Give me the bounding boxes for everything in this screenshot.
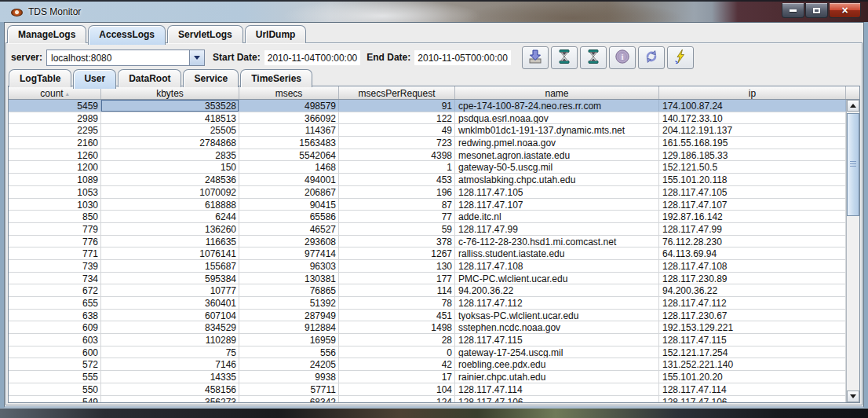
tab-servletlogs[interactable]: ServletLogs: [167, 25, 243, 43]
cell-kbytes[interactable]: 14335: [101, 371, 239, 383]
cell-count[interactable]: 779: [9, 223, 101, 235]
cell-msecsperrequest[interactable]: 114: [339, 284, 455, 296]
cell-kbytes[interactable]: 155687: [101, 260, 239, 272]
scroll-down-button[interactable]: [847, 390, 859, 402]
cell-count[interactable]: 572: [9, 358, 101, 370]
cell-kbytes[interactable]: 136260: [101, 223, 239, 235]
cell-name[interactable]: 128.117.47.115: [455, 334, 659, 346]
cell-msecsperrequest[interactable]: 196: [339, 186, 455, 198]
cell-name[interactable]: tyoksas-PC.wlclient.ucar.edu: [455, 310, 659, 321]
table-row[interactable]: 120015014681gateway-50-5.uscg.mil152.121…: [9, 161, 846, 174]
cell-msecsperrequest[interactable]: 1498: [339, 321, 455, 333]
cell-name[interactable]: redwing.pmel.noaa.gov: [455, 137, 659, 148]
cell-msecs[interactable]: 498579: [239, 100, 339, 112]
cell-count[interactable]: 603: [9, 334, 101, 346]
cell-msecs[interactable]: 46527: [239, 223, 339, 235]
table-row[interactable]: 6031102891695928128.117.47.115128.117.47…: [9, 334, 846, 346]
cell-count[interactable]: 550: [9, 383, 101, 395]
cell-name[interactable]: gateway-50-5.uscg.mil: [455, 161, 659, 173]
cell-count[interactable]: 655: [9, 297, 101, 309]
info-button[interactable]: i: [609, 46, 636, 69]
table-row[interactable]: 77110761419774141267ralliss.student.iast…: [9, 248, 846, 260]
cell-kbytes[interactable]: 595384: [101, 273, 239, 284]
cell-name[interactable]: cpe-174-100-87-24.neo.res.rr.com: [455, 100, 659, 112]
cell-msecs[interactable]: 130381: [239, 273, 339, 284]
cell-msecs[interactable]: 96303: [239, 260, 339, 272]
cell-kbytes[interactable]: 418513: [101, 112, 239, 124]
cell-msecsperrequest[interactable]: 4398: [339, 149, 455, 161]
cell-msecs[interactable]: 65586: [239, 211, 339, 222]
table-row[interactable]: 545935352849857991cpe-174-100-87-24.neo.…: [9, 100, 846, 112]
download-button[interactable]: [522, 46, 549, 69]
cell-kbytes[interactable]: 2835: [101, 149, 239, 161]
cell-ip[interactable]: 64.113.69.94: [659, 248, 846, 259]
cell-msecsperrequest[interactable]: 453: [339, 174, 455, 185]
cell-count[interactable]: 555: [9, 371, 101, 383]
cell-msecsperrequest[interactable]: 1: [339, 161, 455, 173]
cell-name[interactable]: 128.117.47.108: [455, 260, 659, 272]
server-combobox-button[interactable]: [189, 50, 204, 65]
cell-ip[interactable]: 161.55.168.195: [659, 137, 846, 148]
cell-msecsperrequest[interactable]: 1267: [339, 248, 455, 259]
cell-msecsperrequest[interactable]: 177: [339, 273, 455, 284]
cell-msecs[interactable]: 556: [239, 346, 339, 358]
cell-kbytes[interactable]: 1076141: [101, 248, 239, 259]
cell-msecsperrequest[interactable]: 59: [339, 223, 455, 235]
cell-count[interactable]: 549: [9, 396, 101, 403]
table-row[interactable]: 85062446558677adde.itc.nl192.87.16.142: [9, 211, 846, 223]
maximize-button[interactable]: [805, 3, 828, 18]
cell-msecs[interactable]: 366092: [239, 112, 339, 124]
cell-msecs[interactable]: 114367: [239, 124, 339, 136]
vertical-scrollbar[interactable]: [846, 100, 859, 402]
cell-ip[interactable]: 155.101.20.20: [659, 371, 846, 383]
cell-kbytes[interactable]: 6244: [101, 211, 239, 222]
cell-name[interactable]: sstephen.ncdc.noaa.gov: [455, 321, 659, 333]
cell-ip[interactable]: 192.153.129.221: [659, 321, 846, 333]
table-row[interactable]: 10306188889041587128.117.47.107128.117.4…: [9, 199, 846, 211]
cell-count[interactable]: 850: [9, 211, 101, 222]
cell-msecs[interactable]: 293608: [239, 236, 339, 248]
cell-count[interactable]: 1030: [9, 199, 101, 211]
cell-count[interactable]: 5459: [9, 100, 101, 112]
cell-name[interactable]: 128.117.47.105: [455, 186, 659, 198]
cell-ip[interactable]: 76.112.28.230: [659, 236, 846, 248]
table-row[interactable]: 734595384130381177PMC-PC.wlclient.ucar.e…: [9, 273, 846, 285]
cell-kbytes[interactable]: 360401: [101, 297, 239, 309]
cell-name[interactable]: ralliss.student.iastate.edu: [455, 248, 659, 259]
cell-kbytes[interactable]: 75: [101, 346, 239, 358]
cell-msecsperrequest[interactable]: 42: [339, 358, 455, 370]
refresh-button[interactable]: [638, 46, 665, 69]
cell-msecsperrequest[interactable]: 77: [339, 211, 455, 222]
cell-ip[interactable]: 128.117.47.112: [659, 297, 846, 309]
table-row[interactable]: 672107777686511494.200.36.2294.200.36.22: [9, 284, 846, 297]
cell-ip[interactable]: 155.101.20.118: [659, 174, 846, 185]
cell-kbytes[interactable]: 25505: [101, 124, 239, 136]
server-combobox[interactable]: localhost:8080: [46, 50, 205, 66]
cell-count[interactable]: 1260: [9, 149, 101, 161]
cell-msecs[interactable]: 494001: [239, 174, 339, 185]
cell-count[interactable]: 2160: [9, 137, 101, 148]
table-row[interactable]: 638607104287949451tyoksas-PC.wlclient.uc…: [9, 310, 846, 322]
cell-kbytes[interactable]: 110289: [101, 334, 239, 346]
cell-count[interactable]: 638: [9, 310, 101, 321]
cell-msecs[interactable]: 206867: [239, 186, 339, 198]
cell-ip[interactable]: 128.117.47.105: [659, 186, 846, 198]
cell-ip[interactable]: 152.121.50.5: [659, 161, 846, 173]
close-button[interactable]: ×: [829, 3, 861, 18]
cell-name[interactable]: 128.117.47.106: [455, 396, 659, 403]
cell-ip[interactable]: 128.117.230.67: [659, 310, 846, 321]
cell-ip[interactable]: 128.117.47.114: [659, 383, 846, 395]
subtab-timeseries[interactable]: TimeSeries: [240, 69, 312, 87]
scroll-up-button[interactable]: [847, 100, 859, 112]
cell-kbytes[interactable]: 834529: [101, 321, 239, 333]
cell-msecs[interactable]: 68342: [239, 396, 339, 403]
cell-kbytes[interactable]: 10777: [101, 284, 239, 296]
cell-name[interactable]: 94.200.36.22: [455, 284, 659, 296]
titlebar[interactable]: TDS Monitor ×: [0, 0, 868, 22]
cell-name[interactable]: wnklmb01dc1-191-137.dynamic.mts.net: [455, 124, 659, 136]
minimize-button[interactable]: [782, 3, 804, 18]
cell-kbytes[interactable]: 7146: [101, 358, 239, 370]
table-row[interactable]: 1089248536494001453atmoslabking.chpc.uta…: [9, 174, 846, 186]
cell-ip[interactable]: 131.252.221.140: [659, 358, 846, 370]
cell-count[interactable]: 609: [9, 321, 101, 333]
